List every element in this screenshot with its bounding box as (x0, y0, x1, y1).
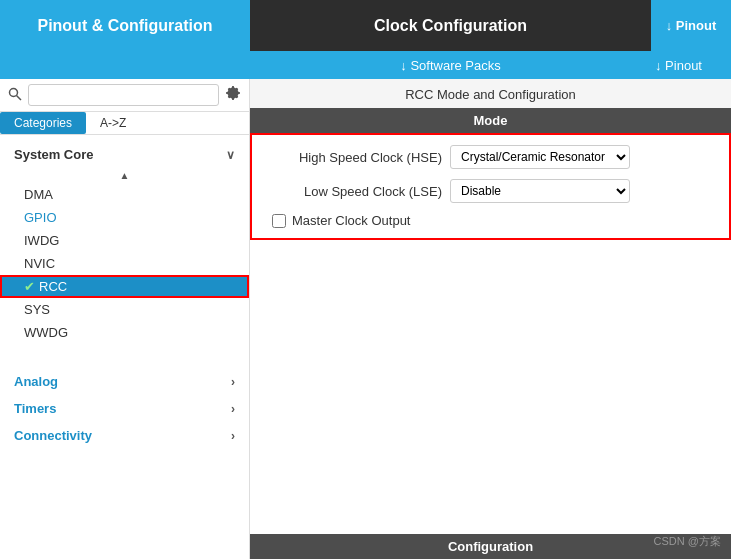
sidebar-item-gpio[interactable]: GPIO (0, 206, 249, 229)
analog-category[interactable]: Analog › (0, 368, 249, 395)
gear-icon[interactable] (225, 85, 241, 105)
pinout-header-right: ↓ Pinout (651, 0, 731, 51)
mode-header: Mode (250, 108, 731, 133)
tab-categories[interactable]: Categories (0, 112, 86, 134)
mode-body: High Speed Clock (HSE) Crystal/Ceramic R… (250, 133, 731, 240)
svg-line-1 (17, 95, 22, 100)
sidebar-item-iwdg[interactable]: IWDG (0, 229, 249, 252)
main-content: RCC Mode and Configuration Mode High Spe… (250, 79, 731, 559)
hse-label: High Speed Clock (HSE) (272, 150, 442, 165)
content-spacer (250, 240, 731, 534)
pinout-config-header: Pinout & Configuration (0, 0, 250, 51)
rcc-title: RCC Mode and Configuration (250, 79, 731, 108)
tab-az[interactable]: A->Z (86, 112, 140, 134)
search-input[interactable] (28, 84, 219, 106)
master-clock-label: Master Clock Output (292, 213, 411, 228)
up-arrow: ▲ (0, 168, 249, 183)
connectivity-chevron: › (231, 429, 235, 443)
timers-category[interactable]: Timers › (0, 395, 249, 422)
connectivity-category[interactable]: Connectivity › (0, 422, 249, 449)
sidebar-content: System Core ∨ ▲ DMA GPIO IWDG NVIC ✔RCC … (0, 135, 249, 559)
master-clock-checkbox[interactable] (272, 214, 286, 228)
sub-pinout-label[interactable]: ↓ Pinout (651, 51, 731, 79)
sub-header-left (0, 51, 250, 79)
lse-row: Low Speed Clock (LSE) Disable Crystal/Ce… (272, 179, 709, 203)
search-icon (8, 87, 22, 104)
sidebar-item-dma[interactable]: DMA (0, 183, 249, 206)
sidebar-divider-1 (0, 344, 249, 356)
sidebar-item-nvic[interactable]: NVIC (0, 252, 249, 275)
lse-label: Low Speed Clock (LSE) (272, 184, 442, 199)
rcc-check-icon: ✔ (24, 279, 35, 294)
master-clock-row: Master Clock Output (272, 213, 709, 228)
sidebar-divider-2 (0, 356, 249, 368)
sidebar-item-sys[interactable]: SYS (0, 298, 249, 321)
sidebar-item-rcc[interactable]: ✔RCC (0, 275, 249, 298)
system-core-category[interactable]: System Core ∨ (0, 141, 249, 168)
system-core-chevron: ∨ (226, 148, 235, 162)
analog-chevron: › (231, 375, 235, 389)
clock-config-header: Clock Configuration (250, 0, 651, 51)
search-row (0, 79, 249, 112)
hse-select[interactable]: Crystal/Ceramic Resonator Disable Extern… (450, 145, 630, 169)
timers-chevron: › (231, 402, 235, 416)
sidebar: Categories A->Z System Core ∨ ▲ DMA GPIO… (0, 79, 250, 559)
tab-row: Categories A->Z (0, 112, 249, 135)
hse-row: High Speed Clock (HSE) Crystal/Ceramic R… (272, 145, 709, 169)
lse-select[interactable]: Disable Crystal/Ceramic Resonator Extern… (450, 179, 630, 203)
watermark: CSDN @方案 (654, 534, 721, 549)
software-packs-label[interactable]: ↓ Software Packs (250, 51, 651, 79)
sidebar-item-wwdg[interactable]: WWDG (0, 321, 249, 344)
svg-point-0 (10, 88, 18, 96)
